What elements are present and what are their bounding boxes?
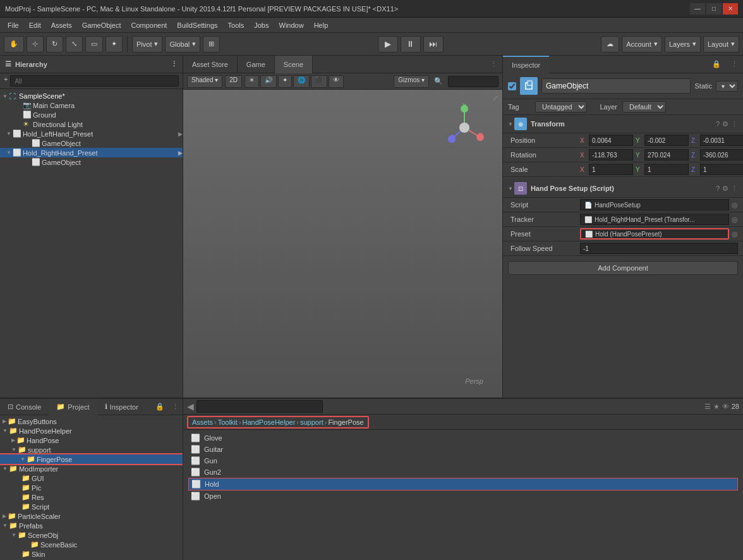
hierarchy-item-hold-left[interactable]: ▼ ⬜ Hold_LeftHand_Preset ▶ [0, 129, 183, 138]
add-component-button[interactable]: Add Component [508, 261, 738, 275]
transform-rect-tool[interactable]: ▭ [85, 36, 103, 52]
inspector-menu-btn[interactable]: ⋮ [726, 56, 743, 73]
gizmos-dropdown[interactable]: Gizmos ▾ [394, 75, 429, 88]
menu-assets[interactable]: Assets [46, 18, 77, 33]
bottom-left-menu[interactable]: ⋮ [168, 403, 183, 411]
position-y-input[interactable] [644, 135, 689, 146]
follow-speed-input[interactable] [580, 243, 738, 254]
hierarchy-item-directional-light[interactable]: ☀ Directional Light [0, 119, 183, 129]
breadcrumb-assets[interactable]: Assets [192, 418, 213, 426]
file-item-open[interactable]: ⬜ Open [188, 490, 738, 502]
menu-buildsettings[interactable]: BuildSettings [172, 18, 222, 33]
file-item-guitar[interactable]: ⬜ Guitar [188, 444, 738, 455]
anim-btn[interactable]: ⬛ [311, 75, 327, 88]
help-icon[interactable]: ? [716, 120, 720, 128]
hierarchy-item-hold-right[interactable]: ▼ ⬜ Hold_RightHand_Preset ▶ [0, 148, 183, 157]
scene-search-input[interactable] [448, 76, 498, 87]
hierarchy-item-samplescene[interactable]: ▼ ⛶ SampleScene* [0, 92, 183, 100]
file-item-hold[interactable]: ⬜ Hold [188, 478, 738, 490]
scene-view[interactable]: Y X Z Persp ⤢ [183, 90, 502, 398]
tag-dropdown[interactable]: Untagged [535, 101, 587, 113]
preset-target-icon[interactable]: ◎ [732, 230, 738, 238]
handpose-component-header[interactable]: ▼ ⊡ Hand Pose Setup (Script) ? ⚙ ⋮ [503, 180, 743, 198]
tab-project[interactable]: 📁 Project [49, 399, 97, 415]
tracker-value-field[interactable]: ⬜ Hold_RightHand_Preset (Transfor... [580, 214, 729, 225]
tab-asset-store[interactable]: Asset Store [183, 56, 238, 73]
cloud-button[interactable]: ☁ [601, 36, 619, 52]
inspector-lock-btn[interactable]: 🔒 [707, 56, 726, 73]
pivot-dropdown[interactable]: Pivot ▾ [132, 36, 162, 52]
close-button[interactable]: ✕ [723, 3, 738, 15]
add-icon[interactable]: + [4, 75, 8, 87]
2d-button[interactable]: 2D [225, 75, 242, 88]
rotation-z-input[interactable] [700, 149, 743, 161]
favorite-icon[interactable]: ★ [713, 403, 720, 411]
project-item-modimporter[interactable]: ▼ 📁 ModImporter [0, 464, 183, 473]
project-item-support[interactable]: ▼ 📁 support [0, 445, 183, 454]
file-item-gun[interactable]: ⬜ Gun [188, 455, 738, 466]
preset-value-field[interactable]: ⬜ Hold (HandPosePreset) [580, 228, 729, 240]
menu-help[interactable]: Help [309, 18, 334, 33]
project-item-res[interactable]: 📁 Res [0, 492, 183, 502]
hierarchy-item-main-camera[interactable]: 📷 Main Camera [0, 100, 183, 110]
maximize-button[interactable]: □ [706, 3, 722, 15]
tab-inspector-bottom[interactable]: ℹ Inspector [97, 399, 146, 415]
transform-scale-tool[interactable]: ⤡ [66, 36, 83, 52]
breadcrumb-toolkit[interactable]: Toolkit [218, 418, 238, 426]
tab-game[interactable]: Game [238, 56, 275, 73]
hierarchy-search-input[interactable] [10, 75, 179, 87]
more-icon[interactable]: ⋮ [731, 185, 738, 193]
scene-maximize-btn[interactable]: ⤢ [492, 94, 498, 102]
pause-button[interactable]: ⏸ [401, 36, 421, 52]
menu-file[interactable]: File [3, 18, 24, 33]
layers-dropdown[interactable]: Layers ▾ [665, 36, 701, 52]
file-item-gun2[interactable]: ⬜ Gun2 [188, 466, 738, 478]
eye-icon[interactable]: 👁 [722, 403, 729, 410]
transform-all-tool[interactable]: ✦ [106, 36, 123, 52]
project-item-handposehelper[interactable]: ▼ 📁 HandPoseHelper [0, 426, 183, 435]
project-item-scenebasic[interactable]: 📁 SceneBasic [0, 540, 183, 549]
tab-scene[interactable]: Scene [275, 56, 313, 73]
tab-inspector[interactable]: Inspector [503, 56, 549, 73]
rotation-x-input[interactable] [589, 149, 633, 161]
transform-move-tool[interactable]: ⊹ [27, 36, 44, 52]
transform-hand-tool[interactable]: ✋ [4, 36, 24, 52]
grid-btn[interactable]: ⊞ [203, 36, 220, 52]
hierarchy-item-ground[interactable]: ⬜ Ground [0, 110, 183, 119]
rotation-y-input[interactable] [644, 149, 689, 161]
hierarchy-menu-icon[interactable]: ⋮ [171, 60, 178, 68]
layout-dropdown[interactable]: Layout ▾ [703, 36, 739, 52]
light-btn[interactable]: ☀ [245, 75, 259, 88]
minimize-button[interactable]: — [690, 3, 705, 15]
global-dropdown[interactable]: Global ▾ [165, 36, 200, 52]
bottom-left-lock[interactable]: 🔒 [152, 403, 168, 411]
menu-edit[interactable]: Edit [24, 18, 46, 33]
step-button[interactable]: ⏭ [423, 36, 444, 52]
list-view-icon[interactable]: ☰ [704, 403, 711, 411]
account-dropdown[interactable]: Account ▾ [622, 36, 662, 52]
window-controls[interactable]: — □ ✕ [690, 3, 738, 15]
file-item-glove[interactable]: ⬜ Glove [188, 432, 738, 444]
static-dropdown[interactable]: ▾ [716, 81, 738, 92]
scale-z-input[interactable] [700, 164, 743, 175]
fx-btn[interactable]: ✦ [278, 75, 292, 88]
tab-console[interactable]: ⊡ Console [0, 399, 49, 415]
menu-component[interactable]: Component [126, 18, 172, 33]
more-icon[interactable]: ⋮ [731, 120, 738, 128]
gameobject-name-input[interactable] [541, 78, 691, 94]
project-item-sceneobj[interactable]: ▼ 📁 SceneObj [0, 530, 183, 540]
project-item-script[interactable]: 📁 Script [0, 502, 183, 511]
breadcrumb-support[interactable]: support [300, 418, 323, 426]
project-item-pic[interactable]: 📁 Pic [0, 483, 183, 492]
menu-window[interactable]: Window [274, 18, 309, 33]
gameobject-active-checkbox[interactable] [508, 82, 516, 90]
shaded-dropdown[interactable]: Shaded ▾ [187, 75, 222, 88]
script-target-icon[interactable]: ◎ [732, 201, 738, 209]
audio-btn[interactable]: 🔊 [260, 75, 277, 88]
project-item-handpose[interactable]: ▶ 📁 HandPose [0, 435, 183, 445]
hierarchy-item-gameobject-left[interactable]: ⬜ GameObject [0, 138, 183, 148]
tracker-target-icon[interactable]: ◎ [732, 216, 738, 224]
hide-btn[interactable]: 👁 [329, 75, 344, 88]
transform-component-header[interactable]: ▼ ⊕ Transform ? ⚙ ⋮ [503, 115, 743, 133]
script-value-field[interactable]: 📄 HandPoseSetup [580, 199, 729, 210]
